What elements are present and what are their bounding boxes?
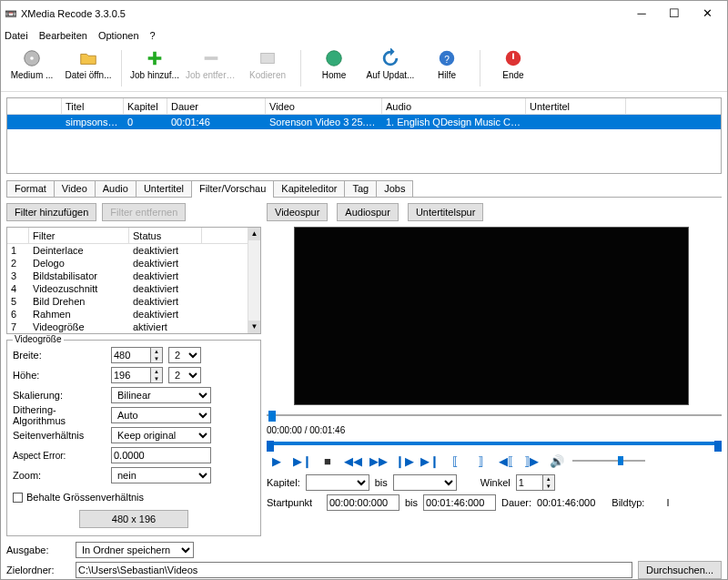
tab-tag[interactable]: Tag — [344, 180, 377, 197]
startpoint-input[interactable] — [327, 494, 399, 511]
size-preset-button[interactable]: 480 x 196 — [79, 510, 188, 528]
dithering-select[interactable]: Auto — [111, 407, 211, 423]
col-status[interactable]: Status — [129, 228, 202, 243]
goto-out-button[interactable]: ⟧▶ — [521, 452, 541, 470]
target-folder-input[interactable] — [76, 562, 632, 578]
col-video[interactable]: Video — [266, 98, 382, 114]
window-title: XMedia Recode 3.3.0.5 — [17, 8, 625, 19]
filter-row[interactable]: 5Bild Drehendeaktiviert — [7, 295, 248, 308]
pause-button[interactable]: ▶❙ — [292, 452, 312, 470]
toolbar-update[interactable]: Auf Updat... — [363, 46, 418, 90]
endpoint-input[interactable] — [423, 494, 496, 511]
file-list-header: Titel Kapitel Dauer Video Audio Untertit… — [7, 98, 721, 115]
filter-row[interactable]: 7Videogrößeaktiviert — [7, 321, 248, 333]
trim-slider[interactable] — [267, 439, 722, 448]
close-button[interactable]: ✕ — [691, 3, 723, 25]
file-list[interactable]: Titel Kapitel Dauer Video Audio Untertit… — [6, 97, 722, 174]
step-back-button[interactable]: ❙▶ — [394, 452, 414, 470]
output-mode-select[interactable]: In Ordner speichern — [76, 542, 194, 558]
subtitletrack-button[interactable]: Untertitelspur — [408, 203, 483, 221]
tab-audio[interactable]: Audio — [95, 180, 136, 197]
keep-ratio-checkbox[interactable]: Behalte Grössenverhältnis — [13, 488, 144, 506]
filter-remove-button: Filter entfernen — [102, 203, 186, 221]
filter-row[interactable]: 1Deinterlacedeaktiviert — [7, 244, 248, 257]
tab-format[interactable]: Format — [6, 180, 55, 197]
step-fwd-button[interactable]: ▶❙ — [420, 452, 440, 470]
height-step-select[interactable]: 2 — [168, 367, 201, 383]
angle-input[interactable] — [516, 474, 543, 491]
toolbar-job-remove: Job entfern... — [184, 46, 238, 90]
tab-filter[interactable]: Filter/Vorschau — [191, 180, 274, 198]
toolbar-encode: Kodieren — [240, 46, 295, 90]
volume-icon[interactable]: 🔊 — [547, 452, 567, 470]
svg-point-3 — [327, 50, 342, 66]
aspect-select[interactable]: Keep original — [111, 427, 211, 443]
toolbar-help[interactable]: ?Hilfe — [420, 46, 474, 90]
mark-in-button[interactable]: ⟦ — [445, 452, 465, 470]
minimize-button[interactable]: ─ — [625, 3, 658, 25]
height-input[interactable] — [111, 367, 151, 383]
svg-point-1 — [30, 56, 34, 60]
filter-add-button[interactable]: Filter hinzufügen — [6, 203, 96, 221]
titlebar: 📼 XMedia Recode 3.3.0.5 ─ ☐ ✕ — [1, 1, 727, 26]
videotrack-button[interactable]: Videospur — [267, 203, 328, 221]
scaling-select[interactable]: Bilinear — [111, 387, 211, 403]
transport-controls: ▶ ▶❙ ■ ◀◀ ▶▶ ❙▶ ▶❙ ⟦ ⟧ ◀⟦ ⟧▶ 🔊 — [267, 452, 722, 470]
col-filter[interactable]: Filter — [29, 228, 129, 243]
tab-jobs[interactable]: Jobs — [376, 180, 413, 197]
aspect-error-input[interactable] — [111, 447, 211, 463]
menu-hilfe[interactable]: ? — [150, 30, 156, 41]
goto-in-button[interactable]: ◀⟦ — [496, 452, 516, 470]
toolbar: Medium ... Datei öffn... Job hinzuf... J… — [1, 45, 727, 92]
menu-bearbeiten[interactable]: Bearbeiten — [39, 30, 87, 41]
rewind-button[interactable]: ◀◀ — [343, 452, 363, 470]
volume-slider[interactable] — [572, 455, 645, 466]
col-chapter[interactable]: Kapitel — [124, 98, 167, 114]
browse-button[interactable]: Durchsuchen... — [638, 561, 722, 579]
maximize-button[interactable]: ☐ — [658, 3, 691, 25]
col-title[interactable]: Titel — [62, 98, 124, 114]
zoom-select[interactable]: nein — [111, 467, 211, 483]
angle-stepper[interactable]: ▲▼ — [543, 474, 555, 491]
tab-video[interactable]: Video — [54, 180, 96, 197]
chapter-to-select[interactable] — [393, 474, 457, 491]
toolbar-home[interactable]: Home — [307, 46, 361, 90]
toolbar-medium[interactable]: Medium ... — [5, 46, 59, 90]
svg-rect-7 — [512, 53, 514, 58]
forward-button[interactable]: ▶▶ — [369, 452, 389, 470]
menu-optionen[interactable]: Optionen — [98, 30, 139, 41]
video-preview — [294, 227, 689, 405]
width-step-select[interactable]: 2 — [168, 347, 201, 363]
imgtype-value: I — [666, 497, 669, 508]
toolbar-job-add[interactable]: Job hinzuf... — [127, 46, 182, 90]
stop-button[interactable]: ■ — [318, 452, 338, 470]
filter-row[interactable]: 4Videozuschnittdeaktiviert — [7, 282, 248, 295]
height-stepper[interactable]: ▲▼ — [151, 367, 163, 383]
app-icon: 📼 — [5, 8, 17, 20]
toolbar-open[interactable]: Datei öffn... — [61, 46, 116, 90]
tab-bar: Format Video Audio Untertitel Filter/Vor… — [6, 179, 722, 198]
file-row[interactable]: simpsons_t... 0 00:01:46 Sorenson Video … — [7, 115, 721, 129]
filter-scrollbar[interactable]: ▲▼ — [248, 228, 260, 333]
filter-table[interactable]: Filter Status 1Deinterlacedeaktiviert2De… — [6, 227, 261, 334]
play-button[interactable]: ▶ — [267, 452, 287, 470]
filter-row[interactable]: 6Rahmendeaktiviert — [7, 308, 248, 321]
svg-rect-2 — [261, 53, 275, 63]
mark-out-button[interactable]: ⟧ — [470, 452, 490, 470]
videosize-panel: Videogröße Breite: ▲▼ 2 Höhe: ▲▼ 2 Skali… — [6, 340, 261, 536]
col-duration[interactable]: Dauer — [167, 98, 266, 114]
filter-row[interactable]: 3Bildstabilisatordeaktiviert — [7, 270, 248, 282]
col-subtitle[interactable]: Untertitel — [526, 98, 626, 114]
tab-subtitle[interactable]: Untertitel — [136, 180, 192, 197]
col-audio[interactable]: Audio — [382, 98, 526, 114]
menu-datei[interactable]: Datei — [5, 30, 28, 41]
filter-row[interactable]: 2Delogodeaktiviert — [7, 257, 248, 270]
audiotrack-button[interactable]: Audiospur — [337, 203, 399, 221]
toolbar-end[interactable]: Ende — [486, 46, 541, 90]
seek-slider[interactable] — [267, 409, 722, 422]
tab-chapter[interactable]: Kapiteleditor — [273, 180, 345, 197]
chapter-from-select[interactable] — [306, 474, 369, 491]
width-stepper[interactable]: ▲▼ — [151, 347, 163, 363]
output-panel: Ausgabe: In Ordner speichern Zielordner:… — [6, 540, 722, 580]
width-input[interactable] — [111, 347, 151, 363]
